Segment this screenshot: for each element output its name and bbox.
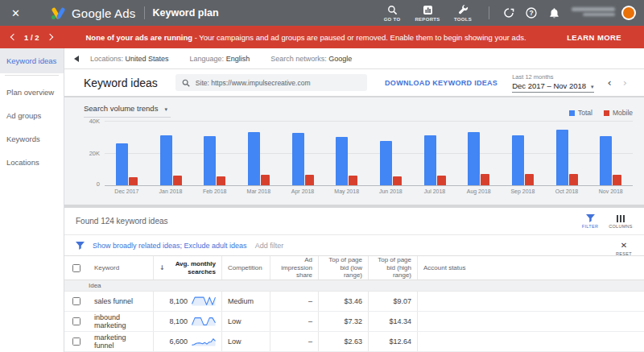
table-section-label: Idea [64, 280, 644, 292]
avg-searches-value: 8,100 [169, 317, 188, 325]
svg-text:?: ? [529, 9, 533, 17]
chart-metric-dropdown[interactable]: Search volume trends▾ [84, 104, 171, 118]
sidebar-item-plan-overview[interactable]: Plan overview [0, 81, 64, 104]
top-bid-low-cell: $7.32 [318, 312, 368, 331]
notifications-bell-icon[interactable] [543, 7, 565, 19]
download-keyword-ideas-button[interactable]: DOWNLOAD KEYWORD IDEAS [385, 79, 497, 87]
locations-filter[interactable]: Locations: United States [90, 55, 169, 63]
bar-mobile [305, 175, 314, 185]
toolbar: Keyword ideas Site: https://www.impulsec… [64, 69, 644, 96]
reports-button[interactable]: REPORTS [410, 5, 445, 22]
close-icon: ✕ [621, 242, 627, 250]
bar-total [512, 135, 524, 185]
applied-filters-link[interactable]: Show broadly related ideas; Exclude adul… [93, 242, 247, 250]
column-header-competition[interactable]: Competition [221, 256, 270, 280]
sidebar-item-keyword-ideas[interactable]: Keyword ideas [0, 48, 64, 73]
trend-sparkline [192, 336, 216, 347]
competition-cell: Low [221, 332, 270, 351]
bar-group: Nov 2018 [588, 121, 633, 197]
avatar[interactable] [621, 6, 636, 20]
top-bid-low-cell: $2.63 [318, 332, 368, 351]
account-status-cell [417, 332, 644, 351]
sidebar-item-ad-groups[interactable]: Ad groups [0, 104, 64, 127]
chevron-down-icon: ▾ [164, 106, 167, 112]
row-checkbox[interactable] [72, 297, 80, 305]
table-row: sales funnel 8,100 Medium – $3.46 $9.07 [64, 292, 644, 312]
column-header-keyword[interactable]: Keyword [89, 256, 153, 280]
applied-filters-row: Show broadly related ideas; Exclude adul… [64, 234, 644, 255]
bar-group: Aug 2018 [456, 121, 501, 197]
trend-sparkline [192, 296, 216, 307]
bar-group: Sep 2018 [501, 121, 545, 197]
ad-impression-share-cell: – [270, 312, 318, 331]
x-tick-label: Dec 2017 [114, 188, 138, 194]
bar-total [380, 141, 392, 185]
filter-button[interactable]: FILTER [575, 214, 605, 229]
bar-total [248, 132, 260, 185]
bar-group: Jun 2018 [369, 121, 413, 197]
site-search-input[interactable]: Site: https://www.impulsecreative.com [175, 74, 367, 91]
x-tick-label: Jun 2018 [379, 188, 402, 194]
columns-button[interactable]: COLUMNS [605, 214, 636, 229]
ad-impression-share-cell: – [270, 292, 318, 311]
sidebar-item-keywords[interactable]: Keywords [0, 127, 64, 151]
sidebar-item-locations[interactable]: Locations [0, 151, 64, 174]
language-filter[interactable]: Language: English [190, 55, 250, 63]
filter-funnel-icon [586, 214, 595, 222]
top-bid-low-cell: $3.46 [318, 292, 368, 311]
alert-next-icon[interactable] [46, 34, 52, 40]
columns-icon [617, 214, 625, 222]
search-icon [387, 5, 398, 15]
bar-mobile [525, 174, 534, 185]
bar-mobile [349, 176, 357, 185]
bar-mobile [481, 174, 489, 185]
account-info[interactable] [570, 7, 615, 19]
learn-more-button[interactable]: LEARN MORE [567, 33, 621, 42]
column-header-ad-impression-share[interactable]: Ad impression share [270, 256, 318, 280]
column-header-avg-monthly-searches[interactable]: ↓Avg. monthly searches [153, 256, 221, 280]
bar-mobile [173, 176, 182, 185]
refresh-icon[interactable] [497, 7, 520, 19]
top-bid-high-cell: $14.34 [368, 312, 417, 331]
bar-mobile [217, 176, 225, 185]
legend-swatch-total [569, 110, 575, 116]
help-icon[interactable]: ? [520, 7, 543, 19]
x-tick-label: Jul 2018 [424, 188, 445, 194]
bar-mobile [261, 175, 270, 185]
bar-total [336, 137, 348, 185]
x-tick-label: Sep 2018 [510, 188, 535, 194]
tools-button[interactable]: TOOLS [445, 5, 481, 22]
alert-prev-icon[interactable] [10, 34, 17, 40]
row-checkbox[interactable] [72, 338, 80, 346]
add-filter-button[interactable]: Add filter [255, 242, 284, 250]
filter-funnel-icon [76, 242, 85, 250]
keyword-cell: inbound marketing [89, 312, 153, 331]
date-range-select[interactable]: Last 12 months Dec 2017 – Nov 2018▾ [512, 73, 593, 93]
google-ads-logo-icon [52, 7, 65, 19]
column-header-account-status[interactable]: Account status [417, 256, 644, 280]
table-row: inbound marketing 8,100 Low – $7.32 $14.… [64, 312, 644, 332]
column-header-top-bid-high[interactable]: Top of page bid (high range) [368, 256, 417, 280]
column-header-top-bid-low[interactable]: Top of page bid (low range) [318, 256, 368, 280]
search-networks-filter[interactable]: Search networks: Google [270, 55, 352, 63]
site-search-value: Site: https://www.impulsecreative.com [196, 79, 311, 87]
date-prev-icon[interactable]: ‹ [602, 77, 617, 89]
legend-item-mobile[interactable]: Mobile [604, 109, 633, 117]
chart-legend: Total Mobile [569, 109, 633, 117]
bar-chart-plot: Dec 2017Jan 2018Feb 2018Mar 2018Apr 2018… [105, 121, 633, 197]
bar-group: Apr 2018 [281, 121, 325, 197]
reset-filters-button[interactable]: ✕ RESET [612, 242, 636, 256]
search-icon [182, 79, 190, 87]
x-tick-label: May 2018 [334, 188, 359, 194]
go-to-button[interactable]: GO TO [374, 5, 410, 22]
select-all-checkbox[interactable] [72, 264, 80, 272]
date-next-icon[interactable]: › [617, 77, 633, 89]
collapse-panel-icon[interactable] [74, 56, 79, 62]
bar-chart: 40K 20K 0 Dec 2017Jan 2018Feb 2018Mar 20… [84, 121, 633, 197]
row-checkbox[interactable] [72, 317, 80, 325]
bar-total [160, 135, 172, 185]
close-icon[interactable]: ✕ [11, 7, 29, 19]
trend-sparkline [192, 316, 216, 327]
bar-total [292, 133, 304, 185]
legend-item-total[interactable]: Total [569, 109, 592, 117]
